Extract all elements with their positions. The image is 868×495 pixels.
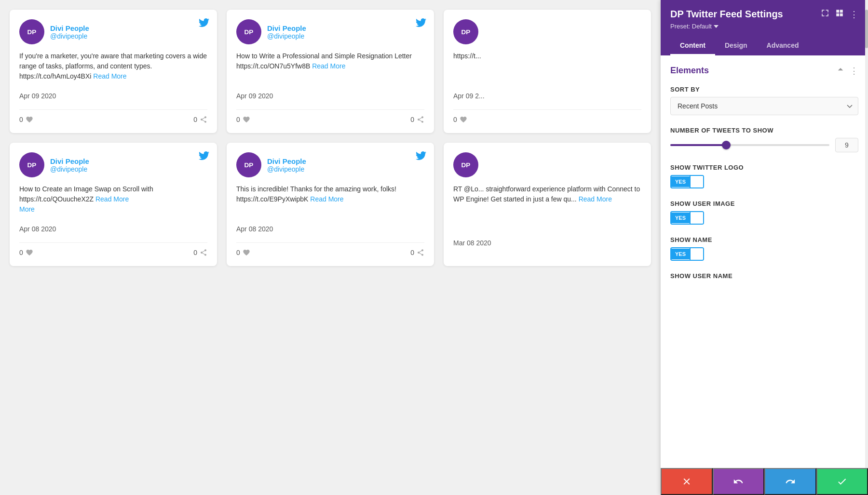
panel-body: Elements ⋮ Sort By Recent Posts Popular … [661,55,868,495]
tweet-user-info-5: Divi People @divipeople [267,157,306,173]
grid-icon[interactable] [835,9,844,20]
svg-text:DP: DP [461,161,471,169]
more-options-icon[interactable]: ⋮ [850,9,858,20]
avatar-5: DP [236,152,261,177]
svg-text:DP: DP [244,28,254,36]
tweet-body-2: How to Write a Professional and Simple R… [236,51,424,81]
twitter-icon-4 [199,150,209,164]
tweet-card-4: DP Divi People @divipeople How to Create… [10,143,217,266]
twitter-icon-1 [199,17,209,31]
tab-design[interactable]: Design [715,37,757,55]
read-more-5[interactable]: Read More [310,195,343,203]
tab-advanced[interactable]: Advanced [757,37,809,55]
twitter-icon-5 [416,150,426,164]
tweet-date-4: Apr 08 2020 [19,225,207,233]
show-user-image-toggle[interactable]: YES [670,211,858,225]
tweet-body-4: How to Create an Image Swap on Scroll wi… [19,184,207,214]
likes-3: 0 [453,116,467,123]
show-name-field: Show Name YES [670,236,858,261]
show-user-image-label: Show User Image [670,200,858,207]
shares-1: 0 [193,116,207,123]
read-more-1[interactable]: Read More [93,72,126,80]
avatar-2: DP [236,19,261,44]
svg-text:DP: DP [27,28,37,36]
tweet-header-6: DP [453,152,641,177]
show-twitter-logo-toggle[interactable]: YES [670,175,858,188]
tweet-handle-4[interactable]: @divipeople [50,165,89,173]
show-twitter-logo-field: Show Twitter Logo YES [670,164,858,188]
tweet-user-info-2: Divi People @divipeople [267,24,306,40]
read-more-more-4[interactable]: More [19,205,35,213]
sort-by-select-wrapper: Recent Posts Popular Oldest [670,97,858,115]
redo-button[interactable] [764,468,816,495]
avatar-3: DP [453,19,478,44]
tweet-actions-5: 0 0 [236,242,424,256]
tweet-date-5: Apr 08 2020 [236,225,424,233]
tweet-actions-2: 0 0 [236,109,424,123]
num-tweets-slider-row: 9 [670,138,858,152]
tweet-name-4[interactable]: Divi People [50,157,89,165]
toggle-yes-label-2: YES [671,213,690,223]
scrollbar-thumb[interactable] [865,10,868,48]
tweet-card-6: DP RT @Lo... straightforward experience … [444,143,651,266]
fullscreen-icon[interactable] [821,9,829,20]
num-tweets-slider-track[interactable] [670,144,829,146]
likes-2: 0 [236,116,250,123]
tweet-card-1: DP Divi People @divipeople If you're a m… [10,10,217,133]
tweet-actions-3: 0 [453,109,641,123]
avatar-6: DP [453,152,478,177]
toggle-thumb [690,176,703,187]
undo-button[interactable] [713,468,765,495]
tweet-handle-5[interactable]: @divipeople [267,165,306,173]
tweet-actions-4: 0 0 [19,242,207,256]
sidebar-panel: DP Twitter Feed Settings ⋮ Preset: Defau… [661,0,868,495]
likes-4: 0 [19,249,33,256]
scrollbar-track [865,0,868,468]
sort-by-select[interactable]: Recent Posts Popular Oldest [670,97,858,115]
tweet-body-5: This is incredible! Thanks for the amazi… [236,184,424,214]
read-more-2[interactable]: Read More [312,62,345,70]
panel-header: DP Twitter Feed Settings ⋮ Preset: Defau… [661,0,868,55]
tweet-name-1[interactable]: Divi People [50,24,89,32]
cancel-button[interactable] [661,468,713,495]
tweet-handle-1[interactable]: @divipeople [50,32,89,40]
section-header-icons: ⋮ [836,65,858,76]
show-user-image-field: Show User Image YES [670,200,858,225]
show-user-image-toggle-control[interactable]: YES [670,211,704,225]
tweet-user-info-4: Divi People @divipeople [50,157,89,173]
shares-5: 0 [410,249,424,256]
panel-tabs: Content Design Advanced [670,37,858,55]
read-more-4[interactable]: Read More [95,195,129,203]
show-name-toggle-control[interactable]: YES [670,247,704,261]
tweet-header-1: DP Divi People @divipeople [19,19,207,44]
tweet-date-1: Apr 09 2020 [19,92,207,100]
tweet-handle-2[interactable]: @divipeople [267,32,306,40]
toggle-thumb-2 [690,212,703,224]
num-tweets-value[interactable]: 9 [835,138,858,152]
shares-4: 0 [193,249,207,256]
tab-content[interactable]: Content [670,37,715,55]
num-tweets-slider-thumb[interactable] [722,141,731,149]
confirm-button[interactable] [816,468,868,495]
tweet-date-2: Apr 09 2020 [236,92,424,100]
likes-5: 0 [236,249,250,256]
num-tweets-label: Number of tweets to show [670,127,858,134]
read-more-6[interactable]: Read More [579,195,612,203]
tweet-name-2[interactable]: Divi People [267,24,306,32]
num-tweets-field: Number of tweets to show 9 [670,127,858,152]
shares-2: 0 [410,116,424,123]
section-more-icon[interactable]: ⋮ [850,66,858,76]
show-name-toggle[interactable]: YES [670,247,858,261]
toggle-yes-label-3: YES [671,249,690,259]
svg-text:DP: DP [244,161,254,169]
sort-by-label: Sort By [670,86,858,93]
toggle-thumb-3 [690,248,703,260]
svg-text:DP: DP [27,161,37,169]
section-header-elements: Elements ⋮ [670,65,858,76]
tweet-body-6: RT @Lo... straightforward experience pla… [453,184,641,228]
tweet-name-5[interactable]: Divi People [267,157,306,165]
show-twitter-logo-toggle-control[interactable]: YES [670,175,704,188]
panel-header-top: DP Twitter Feed Settings ⋮ [670,9,858,20]
tweet-card-3: DP https://t... Apr 09 2... 0 [444,10,651,133]
collapse-icon[interactable] [836,65,845,76]
